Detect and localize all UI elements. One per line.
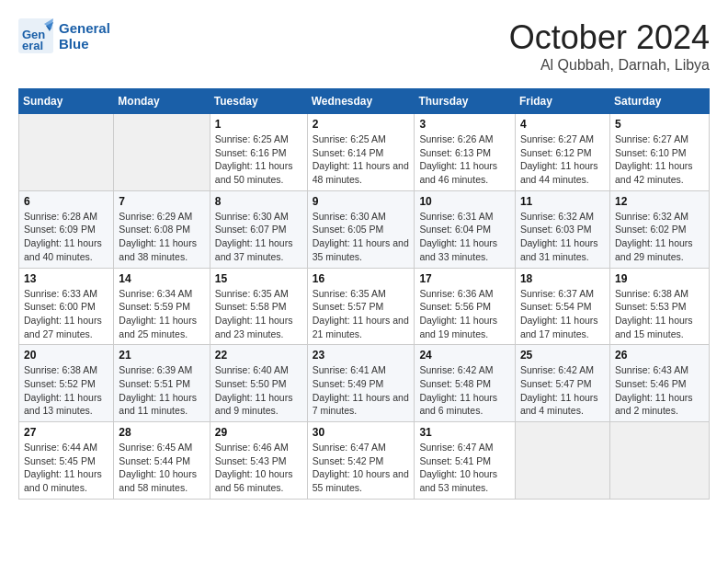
page-header: Gen eral General Blue October 2024 Al Qu…: [18, 18, 710, 74]
calendar-cell: [609, 422, 709, 500]
day-info: Sunrise: 6:33 AM Sunset: 6:00 PM Dayligh…: [24, 287, 108, 341]
day-number: 2: [313, 118, 410, 131]
calendar-cell: 31Sunrise: 6:47 AM Sunset: 5:41 PM Dayli…: [415, 422, 516, 500]
calendar-week-3: 13Sunrise: 6:33 AM Sunset: 6:00 PM Dayli…: [19, 268, 710, 345]
day-info: Sunrise: 6:45 AM Sunset: 5:44 PM Dayligh…: [119, 441, 204, 495]
calendar-cell: 13Sunrise: 6:33 AM Sunset: 6:00 PM Dayli…: [19, 268, 114, 345]
header-friday: Friday: [515, 89, 609, 114]
weekday-header-row: Sunday Monday Tuesday Wednesday Thursday…: [19, 89, 710, 114]
day-info: Sunrise: 6:38 AM Sunset: 5:52 PM Dayligh…: [24, 363, 108, 418]
day-info: Sunrise: 6:43 AM Sunset: 5:46 PM Dayligh…: [615, 363, 704, 418]
logo-text-blue: Blue: [59, 36, 110, 52]
calendar-table: Sunday Monday Tuesday Wednesday Thursday…: [18, 88, 710, 500]
day-info: Sunrise: 6:28 AM Sunset: 6:09 PM Dayligh…: [24, 210, 108, 264]
day-info: Sunrise: 6:35 AM Sunset: 5:58 PM Dayligh…: [215, 287, 302, 341]
calendar-cell: 19Sunrise: 6:38 AM Sunset: 5:53 PM Dayli…: [609, 268, 709, 345]
calendar-header: Sunday Monday Tuesday Wednesday Thursday…: [19, 89, 710, 114]
day-info: Sunrise: 6:32 AM Sunset: 6:02 PM Dayligh…: [615, 210, 704, 264]
calendar-cell: 10Sunrise: 6:31 AM Sunset: 6:04 PM Dayli…: [415, 190, 516, 268]
calendar-cell: [19, 114, 114, 191]
calendar-cell: 23Sunrise: 6:41 AM Sunset: 5:49 PM Dayli…: [307, 345, 415, 422]
day-number: 5: [615, 118, 704, 131]
calendar-cell: 22Sunrise: 6:40 AM Sunset: 5:50 PM Dayli…: [210, 345, 307, 422]
day-info: Sunrise: 6:32 AM Sunset: 6:03 PM Dayligh…: [520, 210, 605, 264]
header-sunday: Sunday: [19, 89, 114, 114]
location: Al Qubbah, Darnah, Libya: [509, 57, 710, 74]
calendar-cell: 28Sunrise: 6:45 AM Sunset: 5:44 PM Dayli…: [114, 422, 210, 500]
calendar-cell: 15Sunrise: 6:35 AM Sunset: 5:58 PM Dayli…: [210, 268, 307, 345]
day-info: Sunrise: 6:47 AM Sunset: 5:42 PM Dayligh…: [313, 441, 410, 495]
day-number: 31: [419, 426, 510, 439]
day-info: Sunrise: 6:46 AM Sunset: 5:43 PM Dayligh…: [215, 441, 302, 495]
title-section: October 2024 Al Qubbah, Darnah, Libya: [509, 18, 710, 74]
day-info: Sunrise: 6:39 AM Sunset: 5:51 PM Dayligh…: [119, 363, 204, 418]
calendar-cell: 1Sunrise: 6:25 AM Sunset: 6:16 PM Daylig…: [210, 114, 307, 191]
day-info: Sunrise: 6:35 AM Sunset: 5:57 PM Dayligh…: [313, 287, 410, 341]
calendar-cell: [515, 422, 609, 500]
header-wednesday: Wednesday: [307, 89, 415, 114]
day-info: Sunrise: 6:31 AM Sunset: 6:04 PM Dayligh…: [419, 210, 510, 264]
day-info: Sunrise: 6:26 AM Sunset: 6:13 PM Dayligh…: [419, 132, 510, 187]
day-number: 26: [615, 349, 704, 362]
day-info: Sunrise: 6:40 AM Sunset: 5:50 PM Dayligh…: [215, 363, 302, 418]
calendar-cell: 20Sunrise: 6:38 AM Sunset: 5:52 PM Dayli…: [19, 345, 114, 422]
day-number: 25: [520, 349, 605, 362]
day-info: Sunrise: 6:25 AM Sunset: 6:14 PM Dayligh…: [313, 132, 410, 187]
day-info: Sunrise: 6:30 AM Sunset: 6:07 PM Dayligh…: [215, 210, 302, 264]
svg-text:eral: eral: [22, 39, 43, 52]
day-info: Sunrise: 6:30 AM Sunset: 6:05 PM Dayligh…: [313, 210, 410, 264]
day-number: 18: [520, 272, 605, 285]
calendar-cell: 7Sunrise: 6:29 AM Sunset: 6:08 PM Daylig…: [114, 190, 210, 268]
day-info: Sunrise: 6:41 AM Sunset: 5:49 PM Dayligh…: [313, 363, 410, 418]
day-info: Sunrise: 6:37 AM Sunset: 5:54 PM Dayligh…: [520, 287, 605, 341]
calendar-cell: 3Sunrise: 6:26 AM Sunset: 6:13 PM Daylig…: [415, 114, 516, 191]
day-info: Sunrise: 6:36 AM Sunset: 5:56 PM Dayligh…: [419, 287, 510, 341]
day-number: 27: [24, 426, 108, 439]
day-number: 23: [313, 349, 410, 362]
day-number: 30: [313, 426, 410, 439]
day-number: 10: [419, 195, 510, 208]
calendar-cell: 26Sunrise: 6:43 AM Sunset: 5:46 PM Dayli…: [609, 345, 709, 422]
header-tuesday: Tuesday: [210, 89, 307, 114]
day-info: Sunrise: 6:27 AM Sunset: 6:12 PM Dayligh…: [520, 132, 605, 187]
calendar-cell: 6Sunrise: 6:28 AM Sunset: 6:09 PM Daylig…: [19, 190, 114, 268]
day-info: Sunrise: 6:44 AM Sunset: 5:45 PM Dayligh…: [24, 441, 108, 495]
calendar-week-1: 1Sunrise: 6:25 AM Sunset: 6:16 PM Daylig…: [19, 114, 710, 191]
day-number: 16: [313, 272, 410, 285]
day-number: 17: [419, 272, 510, 285]
calendar-cell: 27Sunrise: 6:44 AM Sunset: 5:45 PM Dayli…: [19, 422, 114, 500]
calendar-cell: 9Sunrise: 6:30 AM Sunset: 6:05 PM Daylig…: [307, 190, 415, 268]
day-number: 11: [520, 195, 605, 208]
calendar-cell: 24Sunrise: 6:42 AM Sunset: 5:48 PM Dayli…: [415, 345, 516, 422]
day-info: Sunrise: 6:29 AM Sunset: 6:08 PM Dayligh…: [119, 210, 204, 264]
calendar-cell: 17Sunrise: 6:36 AM Sunset: 5:56 PM Dayli…: [415, 268, 516, 345]
day-number: 14: [119, 272, 204, 285]
calendar-cell: 29Sunrise: 6:46 AM Sunset: 5:43 PM Dayli…: [210, 422, 307, 500]
day-number: 21: [119, 349, 204, 362]
calendar-cell: 11Sunrise: 6:32 AM Sunset: 6:03 PM Dayli…: [515, 190, 609, 268]
day-number: 3: [419, 118, 510, 131]
day-info: Sunrise: 6:34 AM Sunset: 5:59 PM Dayligh…: [119, 287, 204, 341]
day-number: 13: [24, 272, 108, 285]
calendar-week-2: 6Sunrise: 6:28 AM Sunset: 6:09 PM Daylig…: [19, 190, 710, 268]
day-info: Sunrise: 6:47 AM Sunset: 5:41 PM Dayligh…: [419, 441, 510, 495]
day-number: 8: [215, 195, 302, 208]
header-thursday: Thursday: [415, 89, 516, 114]
calendar-cell: 5Sunrise: 6:27 AM Sunset: 6:10 PM Daylig…: [609, 114, 709, 191]
calendar-cell: 12Sunrise: 6:32 AM Sunset: 6:02 PM Dayli…: [609, 190, 709, 268]
calendar-cell: 25Sunrise: 6:42 AM Sunset: 5:47 PM Dayli…: [515, 345, 609, 422]
day-number: 19: [615, 272, 704, 285]
day-number: 7: [119, 195, 204, 208]
day-number: 12: [615, 195, 704, 208]
calendar-week-5: 27Sunrise: 6:44 AM Sunset: 5:45 PM Dayli…: [19, 422, 710, 500]
calendar-cell: 2Sunrise: 6:25 AM Sunset: 6:14 PM Daylig…: [307, 114, 415, 191]
day-number: 1: [215, 118, 302, 131]
calendar-cell: 4Sunrise: 6:27 AM Sunset: 6:12 PM Daylig…: [515, 114, 609, 191]
month-title: October 2024: [509, 18, 710, 57]
day-info: Sunrise: 6:27 AM Sunset: 6:10 PM Dayligh…: [615, 132, 704, 187]
day-number: 22: [215, 349, 302, 362]
day-number: 15: [215, 272, 302, 285]
calendar-week-4: 20Sunrise: 6:38 AM Sunset: 5:52 PM Dayli…: [19, 345, 710, 422]
calendar-cell: 18Sunrise: 6:37 AM Sunset: 5:54 PM Dayli…: [515, 268, 609, 345]
day-info: Sunrise: 6:25 AM Sunset: 6:16 PM Dayligh…: [215, 132, 302, 187]
